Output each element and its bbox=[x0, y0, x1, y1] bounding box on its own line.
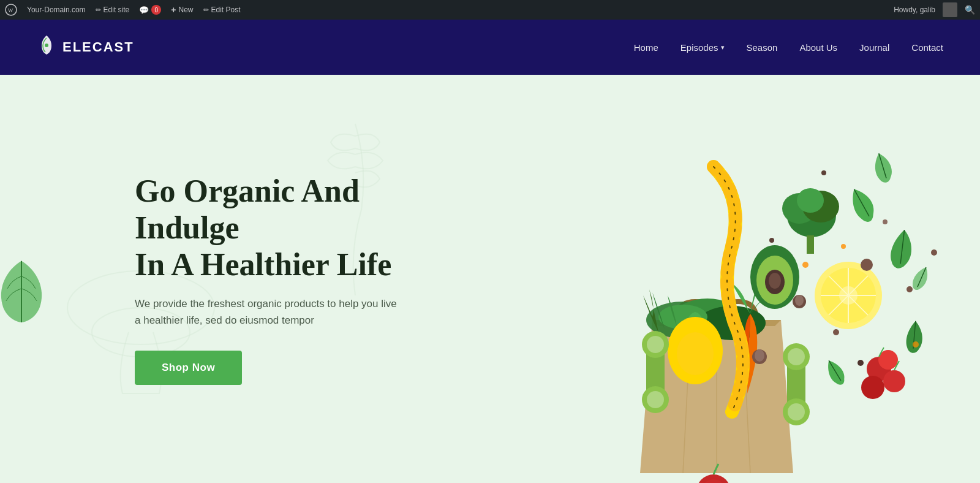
admin-bar: W Your-Domain.com ✏ Edit site 💬 0 + New … bbox=[0, 0, 980, 20]
hero-content: Go Organic And Indulge In A Healthier Li… bbox=[0, 173, 429, 385]
svg-point-38 bbox=[769, 273, 781, 289]
nav-contact[interactable]: Contact bbox=[911, 42, 943, 53]
nav-journal[interactable]: Journal bbox=[859, 42, 889, 53]
svg-point-48 bbox=[861, 259, 873, 271]
site-header: ELECAST Home Episodes ▾ Season About Us … bbox=[0, 20, 980, 75]
shop-now-button[interactable]: Shop Now bbox=[135, 351, 242, 385]
chevron-down-icon: ▾ bbox=[721, 44, 725, 51]
hero-section: Go Organic And Indulge In A Healthier Li… bbox=[0, 75, 980, 483]
svg-rect-43 bbox=[807, 235, 814, 254]
admin-new[interactable]: + New bbox=[171, 5, 193, 15]
admin-bar-right: Howdy, galib 🔍 bbox=[894, 2, 975, 17]
svg-text:W: W bbox=[8, 7, 13, 13]
svg-point-2 bbox=[45, 44, 48, 47]
svg-point-13 bbox=[677, 332, 714, 375]
svg-point-34 bbox=[839, 286, 858, 305]
hero-subtitle: We provide the freshest organic products… bbox=[135, 295, 404, 329]
nav-about-us[interactable]: About Us bbox=[799, 42, 837, 53]
svg-point-45 bbox=[755, 349, 764, 362]
svg-point-56 bbox=[802, 262, 809, 268]
admin-comments[interactable]: 💬 0 bbox=[139, 5, 161, 15]
admin-wp-logo[interactable]: W bbox=[5, 4, 17, 16]
svg-point-47 bbox=[795, 295, 804, 306]
svg-point-49 bbox=[833, 329, 839, 335]
svg-point-55 bbox=[931, 249, 937, 256]
nav-home[interactable]: Home bbox=[634, 42, 658, 53]
svg-point-57 bbox=[841, 244, 846, 249]
svg-point-25 bbox=[883, 370, 905, 392]
site-nav: Home Episodes ▾ Season About Us Journal … bbox=[634, 42, 943, 53]
hero-title: Go Organic And Indulge In A Healthier Li… bbox=[135, 173, 429, 283]
admin-edit-site[interactable]: ✏ Edit site bbox=[96, 6, 130, 14]
hero-food-image bbox=[459, 75, 980, 483]
nav-season[interactable]: Season bbox=[747, 42, 778, 53]
admin-site-name[interactable]: Your-Domain.com bbox=[27, 6, 86, 14]
svg-point-23 bbox=[788, 403, 805, 420]
admin-edit-post[interactable]: ✏ Edit Post bbox=[203, 6, 241, 14]
nav-episodes[interactable]: Episodes ▾ bbox=[680, 42, 725, 53]
admin-howdy: Howdy, galib bbox=[894, 6, 935, 14]
logo-text: ELECAST bbox=[62, 39, 134, 55]
svg-point-18 bbox=[647, 391, 664, 408]
svg-point-54 bbox=[883, 219, 888, 224]
svg-point-51 bbox=[907, 286, 913, 292]
svg-point-50 bbox=[769, 238, 774, 243]
svg-point-17 bbox=[647, 336, 664, 353]
svg-point-42 bbox=[797, 188, 824, 213]
admin-search-icon[interactable]: 🔍 bbox=[965, 5, 975, 15]
svg-point-52 bbox=[821, 170, 826, 175]
logo-icon bbox=[37, 34, 56, 61]
site-logo[interactable]: ELECAST bbox=[37, 34, 134, 61]
svg-point-53 bbox=[858, 360, 864, 366]
svg-point-26 bbox=[861, 376, 884, 399]
svg-point-22 bbox=[788, 348, 805, 365]
svg-point-58 bbox=[913, 341, 919, 348]
